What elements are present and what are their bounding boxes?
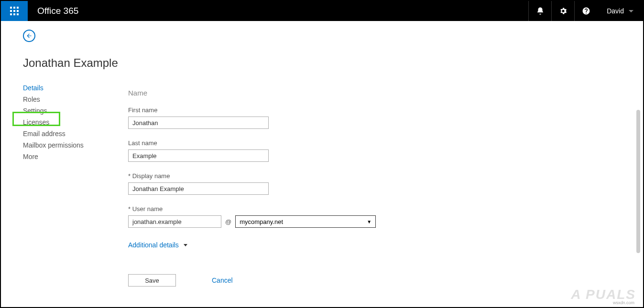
- cancel-button[interactable]: Cancel: [212, 276, 233, 284]
- user-name-input[interactable]: [128, 215, 221, 228]
- arrow-left-icon: [26, 32, 33, 39]
- notifications-button[interactable]: [528, 1, 551, 21]
- field-user-name: * User name @ mycompany.net ▼: [128, 205, 643, 228]
- first-name-label: First name: [128, 106, 643, 114]
- top-bar: Office 365 David: [1, 1, 643, 21]
- first-name-input[interactable]: [128, 117, 269, 129]
- domain-select[interactable]: mycompany.net ▼: [235, 215, 376, 228]
- svg-rect-8: [17, 13, 19, 15]
- additional-details-toggle[interactable]: Additional details: [128, 241, 187, 249]
- sidenav-item-mailbox-permissions[interactable]: Mailbox permissions: [23, 140, 99, 150]
- scrollbar-thumb[interactable]: [636, 110, 640, 253]
- svg-rect-7: [13, 13, 15, 15]
- sidenav-item-settings[interactable]: Settings: [23, 106, 99, 116]
- svg-rect-6: [10, 13, 12, 15]
- sidenav-item-licenses[interactable]: Licenses: [23, 117, 99, 127]
- user-name-label: * User name: [128, 205, 643, 212]
- content-area: Jonathan Example Details Roles Settings …: [1, 21, 643, 307]
- domain-select-value: mycompany.net: [240, 218, 283, 225]
- svg-rect-0: [10, 7, 12, 9]
- gear-icon: [559, 7, 568, 15]
- chevron-down-icon: [184, 244, 187, 246]
- last-name-label: Last name: [128, 139, 643, 147]
- chevron-down-icon: ▼: [367, 219, 371, 224]
- field-last-name: Last name: [128, 139, 643, 162]
- help-button[interactable]: [574, 1, 597, 21]
- settings-button[interactable]: [551, 1, 574, 21]
- app-launcher-button[interactable]: [1, 1, 28, 21]
- action-row: Save Cancel: [128, 274, 643, 287]
- sidenav-item-email-address[interactable]: Email address: [23, 129, 99, 138]
- svg-rect-3: [10, 10, 12, 12]
- svg-rect-5: [17, 10, 19, 12]
- sidenav-item-roles[interactable]: Roles: [23, 95, 99, 104]
- svg-rect-2: [17, 7, 19, 9]
- last-name-input[interactable]: [128, 149, 269, 162]
- back-button[interactable]: [23, 30, 35, 42]
- side-nav: Details Roles Settings Licenses Email ad…: [23, 83, 99, 287]
- waffle-icon: [10, 7, 19, 15]
- user-name-label: David: [607, 7, 624, 15]
- form-panel: Name First name Last name * Display name…: [128, 83, 643, 287]
- page-title: Jonathan Example: [23, 56, 643, 70]
- bell-icon: [536, 7, 545, 15]
- svg-rect-1: [13, 7, 15, 9]
- help-icon: [582, 7, 590, 15]
- spacer: [78, 1, 528, 21]
- chevron-down-icon: [629, 10, 633, 12]
- scrollbar[interactable]: [636, 110, 640, 276]
- display-name-label: * Display name: [128, 172, 643, 180]
- field-first-name: First name: [128, 106, 643, 129]
- user-menu[interactable]: David: [597, 1, 643, 21]
- at-symbol: @: [225, 218, 231, 225]
- svg-rect-4: [13, 10, 15, 12]
- field-display-name: * Display name: [128, 172, 643, 195]
- save-button[interactable]: Save: [128, 274, 176, 287]
- brand-title: Office 365: [28, 1, 78, 21]
- display-name-input[interactable]: [128, 182, 269, 195]
- sidenav-item-more[interactable]: More: [23, 152, 99, 161]
- section-header-name: Name: [128, 89, 643, 97]
- additional-details-label: Additional details: [128, 241, 179, 249]
- watermark-source: wsxdn.com: [613, 300, 634, 305]
- sidenav-item-details[interactable]: Details: [23, 83, 99, 93]
